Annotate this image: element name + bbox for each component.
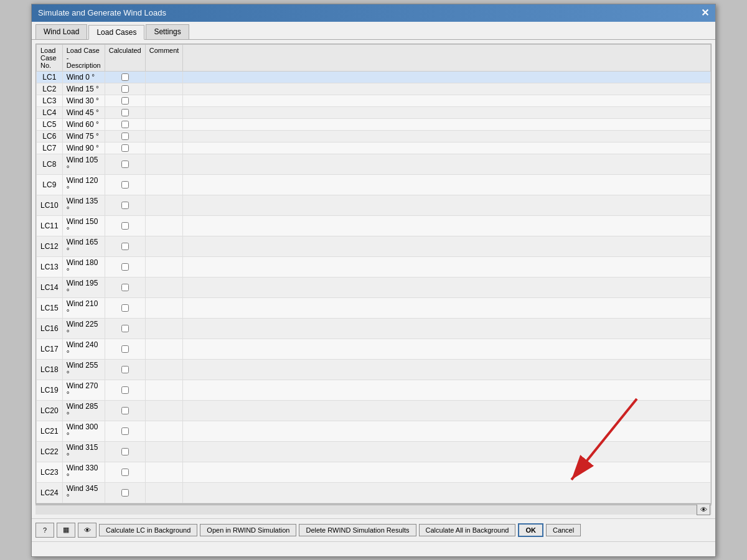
eye-button-footer[interactable]: 👁 <box>78 523 96 538</box>
lc-comment[interactable] <box>145 318 183 338</box>
lc-comment[interactable] <box>145 277 183 297</box>
table-row[interactable]: LC15Wind 210 ° <box>37 297 711 318</box>
tab-wind-load[interactable]: Wind Load <box>35 24 87 39</box>
table-row[interactable]: LC12Wind 165 ° <box>37 236 711 256</box>
lc-comment[interactable] <box>145 482 183 503</box>
lc-calculated[interactable] <box>105 462 145 482</box>
table-row[interactable]: LC23Wind 330 ° <box>37 462 711 482</box>
table-row[interactable]: LC11Wind 150 ° <box>37 215 711 236</box>
lc-comment[interactable] <box>145 256 183 277</box>
lc-description: Wind 45 ° <box>62 106 105 118</box>
table-row[interactable]: LC3Wind 30 ° <box>37 95 711 106</box>
lc-comment[interactable] <box>145 359 183 380</box>
lc-calculated[interactable] <box>105 215 145 236</box>
lc-description: Wind 120 ° <box>62 174 105 195</box>
col-header-calc: Calculated <box>105 44 145 71</box>
lc-comment[interactable] <box>145 338 183 359</box>
lc-calculated[interactable] <box>105 130 145 142</box>
calc-lc-button[interactable]: Calculate LC in Background <box>99 524 197 536</box>
lc-comment[interactable] <box>145 441 183 462</box>
lc-number: LC23 <box>37 462 63 482</box>
table-row[interactable]: LC8Wind 105 ° <box>37 154 711 174</box>
lc-comment[interactable] <box>145 130 183 142</box>
table-row[interactable]: LC10Wind 135 ° <box>37 195 711 215</box>
tab-settings[interactable]: Settings <box>146 24 189 39</box>
table-row[interactable]: LC6Wind 75 ° <box>37 130 711 142</box>
lc-comment[interactable] <box>145 462 183 482</box>
lc-comment[interactable] <box>145 236 183 256</box>
table-row[interactable]: LC13Wind 180 ° <box>37 256 711 277</box>
lc-comment[interactable] <box>145 118 183 130</box>
table-row[interactable]: LC7Wind 90 ° <box>37 142 711 154</box>
col-header-extra <box>183 44 711 71</box>
lc-comment[interactable] <box>145 95 183 106</box>
lc-calculated[interactable] <box>105 359 145 380</box>
table-row[interactable]: LC1Wind 0 ° <box>37 71 711 83</box>
lc-calculated[interactable] <box>105 142 145 154</box>
lc-comment[interactable] <box>145 106 183 118</box>
lc-comment[interactable] <box>145 195 183 215</box>
lc-calculated[interactable] <box>105 482 145 503</box>
lc-calculated[interactable] <box>105 318 145 338</box>
lc-calculated[interactable] <box>105 236 145 256</box>
lc-comment[interactable] <box>145 400 183 421</box>
empty-area <box>35 504 712 505</box>
help-button[interactable]: ? <box>35 523 54 538</box>
lc-calculated[interactable] <box>105 106 145 118</box>
cancel-button[interactable]: Cancel <box>546 524 581 536</box>
delete-results-button[interactable]: Delete RWIND Simulation Results <box>299 524 416 536</box>
lc-calculated[interactable] <box>105 400 145 421</box>
lc-number: LC20 <box>37 400 63 421</box>
table-row[interactable]: LC18Wind 255 ° <box>37 359 711 380</box>
table-row[interactable]: LC19Wind 270 ° <box>37 380 711 400</box>
lc-comment[interactable] <box>145 380 183 400</box>
table-row[interactable]: LC4Wind 45 ° <box>37 106 711 118</box>
lc-calculated[interactable] <box>105 441 145 462</box>
table-row[interactable]: LC20Wind 285 ° <box>37 400 711 421</box>
lc-calculated[interactable] <box>105 380 145 400</box>
lc-comment[interactable] <box>145 174 183 195</box>
lc-comment[interactable] <box>145 142 183 154</box>
lc-calculated[interactable] <box>105 118 145 130</box>
status-bar <box>32 541 715 556</box>
lc-extra <box>183 130 711 142</box>
table-row[interactable]: LC21Wind 300 ° <box>37 421 711 441</box>
lc-calculated[interactable] <box>105 71 145 83</box>
lc-calculated[interactable] <box>105 421 145 441</box>
eye-button-table[interactable]: 👁 <box>697 504 710 515</box>
dialog-title: Simulate and Generate Wind Loads <box>38 8 166 17</box>
lc-number: LC3 <box>37 95 63 106</box>
lc-calculated[interactable] <box>105 154 145 174</box>
lc-calculated[interactable] <box>105 95 145 106</box>
lc-description: Wind 105 ° <box>62 154 105 174</box>
table-row[interactable]: LC9Wind 120 ° <box>37 174 711 195</box>
lc-calculated[interactable] <box>105 83 145 95</box>
lc-calculated[interactable] <box>105 338 145 359</box>
table-row[interactable]: LC16Wind 225 ° <box>37 318 711 338</box>
table-row[interactable]: LC5Wind 60 ° <box>37 118 711 130</box>
lc-comment[interactable] <box>145 297 183 318</box>
calc-all-button[interactable]: Calculate All in Background <box>419 524 516 536</box>
lc-comment[interactable] <box>145 421 183 441</box>
lc-calculated[interactable] <box>105 277 145 297</box>
lc-calculated[interactable] <box>105 195 145 215</box>
open-rwind-button[interactable]: Open in RWIND Simulation <box>200 524 296 536</box>
table-row[interactable]: LC22Wind 315 ° <box>37 441 711 462</box>
lc-calculated[interactable] <box>105 174 145 195</box>
table-button[interactable]: ▦ <box>57 523 75 538</box>
lc-description: Wind 345 ° <box>62 482 105 503</box>
close-button[interactable]: ✕ <box>701 8 709 18</box>
lc-number: LC19 <box>37 380 63 400</box>
lc-calculated[interactable] <box>105 256 145 277</box>
table-row[interactable]: LC24Wind 345 ° <box>37 482 711 503</box>
lc-calculated[interactable] <box>105 297 145 318</box>
lc-comment[interactable] <box>145 83 183 95</box>
tab-load-cases[interactable]: Load Cases <box>88 25 144 40</box>
table-row[interactable]: LC2Wind 15 ° <box>37 83 711 95</box>
table-row[interactable]: LC17Wind 240 ° <box>37 338 711 359</box>
table-row[interactable]: LC14Wind 195 ° <box>37 277 711 297</box>
ok-button[interactable]: OK <box>518 523 543 537</box>
lc-comment[interactable] <box>145 154 183 174</box>
lc-comment[interactable] <box>145 215 183 236</box>
lc-comment[interactable] <box>145 71 183 83</box>
